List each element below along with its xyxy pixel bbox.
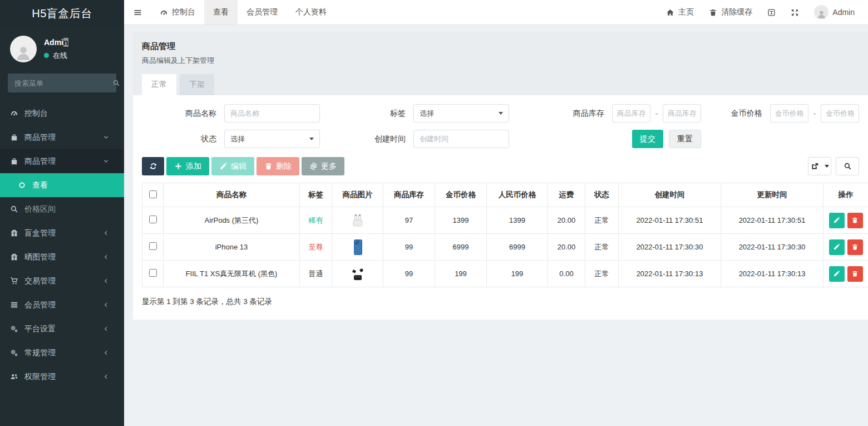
updated-value: 2022-01-11 17:30:13 — [721, 261, 823, 287]
search-icon — [10, 205, 18, 213]
created-filter-input[interactable] — [413, 130, 509, 148]
col-coin-price: 金币价格 — [435, 183, 487, 207]
more-button[interactable]: 更多 — [302, 157, 344, 175]
row-checkbox[interactable] — [149, 216, 157, 223]
created-value: 2022-01-11 17:30:13 — [619, 261, 721, 287]
table-header-row: 商品名称 标签 商品图片 商品库存 金币价格 人民币价格 运费 状态 创建时间 … — [142, 183, 868, 207]
updated-value: 2022-01-11 17:30:30 — [721, 234, 823, 261]
row-delete-button[interactable] — [847, 239, 863, 255]
user-avatar — [10, 36, 37, 62]
range-separator: - — [655, 109, 658, 117]
stock-max-input[interactable] — [663, 104, 701, 123]
rmb-price-value: 6999 — [487, 234, 548, 261]
sidebar-item-platform[interactable]: 平台设置 — [0, 317, 124, 341]
name-filter-input[interactable] — [224, 104, 320, 123]
stock-min-input[interactable] — [612, 104, 650, 123]
sidebar-item-goods-1[interactable]: 商品管理 — [0, 125, 124, 149]
row-delete-button[interactable] — [847, 266, 863, 282]
sidebar-item-photos[interactable]: 晒图管理 — [0, 245, 124, 269]
product-image — [332, 237, 383, 257]
row-checkbox[interactable] — [149, 269, 157, 277]
sidebar-item-goods-2[interactable]: 商品管理 — [0, 149, 124, 173]
tab-offshelf[interactable]: 下架 — [180, 74, 214, 95]
coin-min-input[interactable] — [770, 104, 808, 123]
sidebar-item-blindbox[interactable]: 盲盒管理 — [0, 221, 124, 245]
cogs-icon — [10, 325, 18, 333]
topbar-tab-profile[interactable]: 个人资料 — [287, 0, 336, 25]
user-panel: Admin 在线 — [0, 27, 124, 70]
coin-filter-label: 金币价格 — [701, 109, 770, 119]
row-delete-button[interactable] — [847, 213, 863, 228]
sidebar-search — [8, 74, 116, 92]
home-icon — [666, 8, 674, 17]
delete-button[interactable]: 删除 — [257, 157, 299, 175]
menu-search-input[interactable] — [14, 79, 112, 87]
col-status: 状态 — [585, 183, 619, 207]
dashboard-icon — [160, 8, 168, 17]
chevron-left-icon — [103, 302, 109, 308]
edit-button[interactable]: 编辑 — [211, 157, 254, 175]
rmb-price-value: 199 — [487, 261, 548, 287]
trash-icon — [264, 162, 273, 170]
bag-icon — [10, 133, 18, 141]
sidebar-item-trade[interactable]: 交易管理 — [0, 269, 124, 293]
circle-icon — [18, 181, 26, 189]
table-toolbar: 添加 编辑 删除 更多 — [142, 157, 859, 175]
coin-max-input[interactable] — [821, 104, 859, 123]
sidebar-item-view[interactable]: 查看 — [0, 173, 124, 197]
status-value: 正常 — [585, 261, 619, 287]
sidebar-item-dashboard[interactable]: 控制台 — [0, 101, 124, 125]
topbar-tab-view[interactable]: 查看 — [204, 0, 238, 25]
sidebar-item-general[interactable]: 常规管理 — [0, 341, 124, 365]
status-select[interactable]: 选择 — [224, 130, 320, 148]
cart-icon — [10, 277, 18, 285]
caret-down-icon — [309, 138, 314, 140]
submit-button[interactable]: 提交 — [632, 130, 663, 148]
goods-panel: 商品管理 商品编辑及上下架管理 正常 下架 商品名称 标签 选择 商品库存 - — [133, 32, 868, 320]
export-button[interactable] — [808, 157, 831, 175]
row-checkbox[interactable] — [149, 242, 157, 250]
chevron-down-icon — [103, 134, 109, 140]
cogs-icon — [10, 349, 18, 357]
clear-cache-button[interactable]: 清除缓存 — [709, 7, 752, 17]
created-value: 2022-01-11 17:30:51 — [619, 207, 721, 234]
sidebar-toggle-button[interactable] — [124, 0, 151, 25]
reset-button[interactable]: 重置 — [669, 130, 701, 148]
user-name: Admin — [44, 38, 68, 47]
language-button[interactable] — [767, 8, 776, 17]
page-content: 商品管理 商品编辑及上下架管理 正常 下架 商品名称 标签 选择 商品库存 - — [124, 25, 868, 426]
topbar-tab-members[interactable]: 会员管理 — [238, 0, 287, 25]
user-status: 在线 — [44, 51, 68, 61]
created-filter-label: 创建时间 — [320, 134, 413, 144]
select-all-checkbox[interactable] — [149, 190, 157, 198]
sidebar-item-permissions[interactable]: 权限管理 — [0, 365, 124, 389]
status-value: 正常 — [585, 207, 619, 234]
refresh-button[interactable] — [142, 157, 164, 175]
home-button[interactable]: 主页 — [666, 7, 694, 17]
product-image — [332, 210, 383, 231]
col-image: 商品图片 — [332, 183, 383, 207]
tag-badge: 稀有 — [309, 216, 323, 224]
product-name: AirPods (第三代) — [164, 207, 300, 234]
row-edit-button[interactable] — [829, 213, 845, 228]
product-name: FIIL T1 XS真无限耳机 (黑色) — [164, 261, 300, 287]
row-edit-button[interactable] — [829, 266, 845, 282]
col-shipping: 运费 — [548, 183, 585, 207]
col-created: 创建时间 — [619, 183, 721, 207]
tag-select[interactable]: 选择 — [413, 104, 509, 123]
fullscreen-button[interactable] — [791, 8, 799, 17]
chevron-left-icon — [103, 374, 109, 380]
search-icon — [112, 79, 120, 87]
tab-normal[interactable]: 正常 — [142, 74, 176, 95]
tag-badge: 普通 — [309, 270, 323, 278]
add-button[interactable]: 添加 — [166, 157, 209, 175]
sidebar-menu: 控制台 商品管理 商品管理 查看 价格区间 盲盒管理 晒图管理 交易管理 会员管… — [0, 101, 124, 426]
tag-badge: 至尊 — [309, 243, 323, 251]
topbar-user[interactable]: Admin — [814, 5, 855, 19]
topbar-tab-dashboard[interactable]: 控制台 — [151, 0, 204, 25]
sidebar-item-members[interactable]: 会员管理 — [0, 293, 124, 317]
row-edit-button[interactable] — [829, 239, 845, 255]
page-title: 商品管理 — [142, 41, 859, 52]
search-toggle-button[interactable] — [836, 157, 859, 175]
sidebar-item-price-range[interactable]: 价格区间 — [0, 197, 124, 221]
